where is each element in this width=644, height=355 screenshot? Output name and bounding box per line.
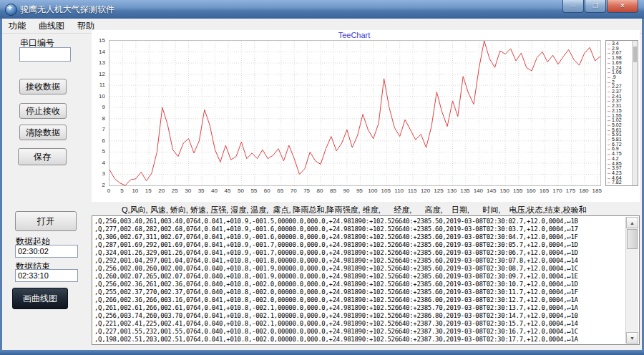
x-tick-label: 55 (250, 188, 257, 194)
x-tick-label: 135 (460, 188, 469, 194)
data-row: ,Q,324,001.26,329,001.26,0764,0.041,+010… (94, 249, 625, 257)
x-tick-label: 20 (158, 188, 165, 194)
y-tick-label: 2 (102, 182, 105, 188)
x-tick-label: 130 (447, 188, 457, 194)
x-tick-label: 30 (185, 188, 191, 194)
chart-title: TeeChart (109, 31, 600, 39)
scrollbar-thumb[interactable] (627, 229, 638, 249)
app-icon (5, 4, 17, 16)
data-row: ,Q,256,003.74,260,003.70,0764,0.041,+010… (94, 312, 625, 320)
legend-value-list: 3.42.92.671.981.691.241.06.922.272.372.4… (608, 42, 632, 185)
y-tick-label: 8 (102, 115, 105, 122)
data-row: ,Q,260,002.07,265,002.07,0764,0.040,+010… (94, 273, 625, 281)
legend-scrollbar[interactable] (632, 41, 638, 185)
x-tick-label: 5 (120, 188, 123, 194)
chart-panel: TeeChart 23456789101112131415 0510152025… (92, 30, 640, 202)
data-log-box[interactable]: ,Q,256,003.40,261,003.40,0764,0.041,+010… (92, 215, 640, 345)
data-row: ,Q,255,002.37,270,002.37,0764,0.040,+010… (94, 288, 625, 296)
x-tick-label: 110 (394, 188, 404, 194)
data-row: ,Q,221,002.41,225,002.41,0764,0.040,+010… (94, 320, 625, 328)
x-tick-label: 80 (317, 188, 323, 194)
clear-data-button[interactable]: 清除数据 (19, 125, 67, 140)
minimize-button[interactable]: — (562, 0, 584, 13)
close-button[interactable]: ✕ (607, 0, 638, 13)
data-log-rows: ,Q,256,003.40,261,003.40,0764,0.041,+010… (94, 218, 625, 343)
receive-data-button[interactable]: 接收数据 (19, 79, 67, 94)
x-tick-label: 15 (145, 188, 152, 194)
data-row: ,Q,266,002.36,266,003.16,0764,0.041,+010… (94, 296, 625, 304)
chart-y-axis-labels: 23456789101112131415 (92, 40, 107, 185)
chart-legend: 3.42.92.671.981.691.241.06.922.272.372.4… (605, 40, 638, 186)
save-button[interactable]: 保存 (18, 148, 67, 165)
x-tick-label: 180 (579, 188, 588, 194)
x-tick-label: 155 (513, 188, 522, 194)
x-tick-label: 150 (500, 188, 509, 194)
y-tick-label: 4 (102, 160, 105, 166)
serial-port-input[interactable] (19, 47, 71, 62)
wind-speed-line-chart (109, 41, 600, 185)
x-tick-label: 160 (526, 188, 535, 194)
draw-curve-button[interactable]: 画曲线图 (12, 288, 68, 309)
x-tick-label: 175 (566, 188, 575, 194)
y-tick-label: 6 (102, 137, 105, 144)
data-row: ,Q,287,001.69,292,001.69,0764,0.041,+010… (94, 241, 625, 249)
x-tick-label: 65 (277, 188, 283, 194)
x-tick-label: 90 (343, 188, 349, 194)
x-tick-label: 50 (238, 188, 244, 194)
y-tick-label: 11 (99, 82, 105, 88)
open-button[interactable]: 打开 (15, 211, 77, 231)
x-tick-label: 105 (381, 188, 391, 194)
x-tick-label: 0 (107, 188, 110, 194)
data-row: ,Q,261,002.61,266,002.61,0764,0.041,+010… (94, 304, 625, 312)
data-row: ,Q,292,001.04,297,001.04,0764,0.041,+010… (94, 257, 625, 265)
x-tick-label: 95 (356, 188, 363, 194)
data-row: ,Q,256,002.00,260,002.00,0764,0.040,+010… (94, 265, 625, 273)
titlebar[interactable]: 骏鹰无人机大气探测软件 — ❐ ✕ (0, 0, 644, 19)
y-tick-label: 14 (99, 49, 105, 55)
x-tick-label: 170 (552, 188, 562, 194)
menu-item-functions[interactable]: 功能 (2, 19, 32, 34)
scrollbar-down-arrow-icon[interactable]: ▼ (626, 332, 638, 344)
x-tick-label: 60 (264, 188, 270, 194)
menu-item-curve-chart[interactable]: 曲线图 (32, 19, 71, 34)
maximize-button[interactable]: ❐ (585, 0, 606, 13)
data-row: ,Q,227,001.55,232,001.55,0764,0.040,+010… (94, 328, 625, 336)
data-start-input[interactable] (15, 245, 78, 258)
y-tick-label: 7 (102, 126, 105, 132)
data-columns-header: Q,风向, 风速, 矫向, 矫速, 压强, 湿度, 温度, 露点, 降雨总和,降… (122, 205, 587, 215)
y-tick-label: 5 (102, 148, 105, 155)
x-tick-label: 125 (434, 188, 443, 194)
data-end-input[interactable] (15, 269, 78, 282)
x-tick-label: 165 (540, 188, 549, 194)
legend-entry: 7.82 (608, 180, 632, 185)
x-tick-label: 115 (408, 188, 417, 194)
legend-scrollbar-thumb[interactable] (633, 47, 637, 62)
chart-plot-area (109, 40, 601, 186)
data-row: ,Q,306,002.67,311,002.67,0764,0.041,+010… (94, 233, 625, 241)
scrollbar-up-arrow-icon[interactable]: ▲ (626, 217, 638, 228)
x-tick-label: 120 (421, 188, 430, 194)
x-tick-label: 25 (172, 188, 178, 194)
x-tick-label: 75 (303, 188, 310, 194)
x-tick-label: 45 (225, 188, 231, 194)
data-log-scrollbar[interactable]: ▲ ▼ (625, 217, 638, 344)
y-tick-label: 12 (99, 71, 105, 77)
data-row: ,Q,277,002.68,282,002.68,0764,0.041,+010… (94, 225, 625, 233)
x-tick-label: 185 (592, 188, 602, 194)
window-frame-left (0, 19, 2, 355)
data-row: ,Q,256,003.40,261,003.40,0764,0.041,+010… (94, 218, 625, 225)
x-tick-label: 145 (487, 188, 496, 194)
x-tick-label: 35 (198, 188, 205, 194)
y-tick-label: 13 (99, 59, 105, 66)
window-title: 骏鹰无人机大气探测软件 (20, 4, 114, 16)
x-tick-label: 40 (211, 188, 218, 194)
stop-receive-button[interactable]: 停止接收 (19, 103, 67, 119)
window-frame-bottom (0, 350, 644, 355)
data-row: ,Q,256,002.36,261,002.36,0764,0.040,+010… (94, 281, 625, 288)
chart-x-axis-labels: 0510152025303540455055606570758085909510… (109, 188, 602, 196)
x-tick-label: 10 (132, 188, 138, 194)
x-tick-label: 100 (368, 188, 377, 194)
data-row: ,Q,198,002.51,203,002.51,0764,0.041,+010… (94, 336, 625, 343)
y-tick-label: 9 (102, 104, 105, 110)
y-tick-label: 15 (99, 37, 105, 44)
